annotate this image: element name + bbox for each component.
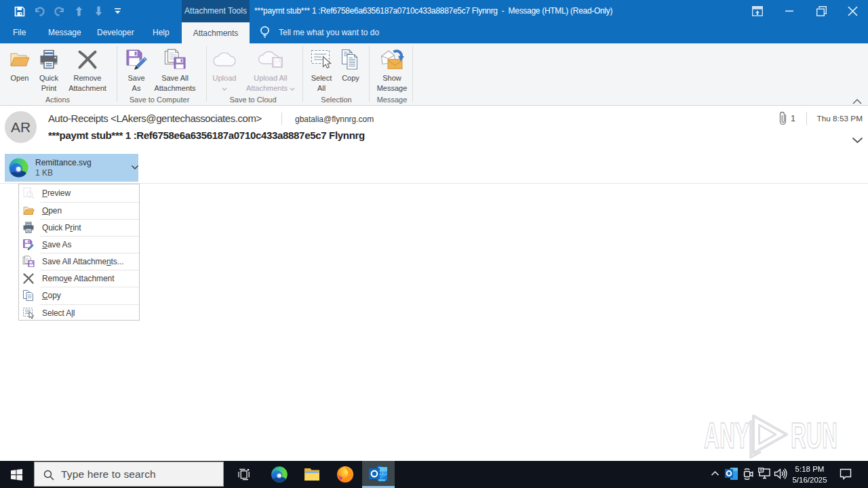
svg-text:RUN: RUN [791,415,837,455]
svg-text:ANY: ANY [704,415,749,455]
